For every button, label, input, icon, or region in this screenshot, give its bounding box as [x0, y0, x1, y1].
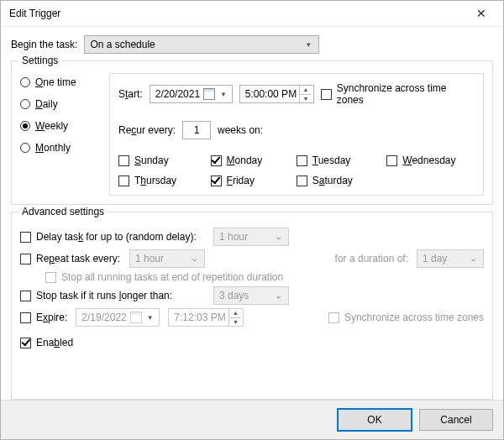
- radio-one-time[interactable]: One time: [20, 76, 96, 88]
- window-title: Edit Trigger: [9, 8, 60, 19]
- repeat-task-checkbox[interactable]: Repeat task every:: [20, 253, 121, 265]
- checkbox-icon: [211, 155, 222, 166]
- chevron-down-icon: ⌵: [467, 254, 480, 263]
- start-time-picker[interactable]: 5:00:00 PM ▲▼: [239, 85, 314, 103]
- dialog-footer: OK Cancel: [1, 400, 503, 439]
- repeat-duration-label: for a duration of:: [335, 253, 408, 265]
- begin-task-row: Begin the task: On a schedule ▾: [11, 35, 493, 54]
- begin-task-combo[interactable]: On a schedule ▾: [84, 35, 319, 54]
- expire-sync-checkbox: Synchronize across time zones: [328, 312, 484, 323]
- day-saturday[interactable]: Saturday: [297, 175, 372, 186]
- checkbox-icon: [20, 312, 31, 323]
- radio-icon: [20, 121, 30, 131]
- begin-task-value: On a schedule: [90, 39, 155, 50]
- frequency-column: One time Daily Weekly Monthly: [20, 73, 96, 196]
- day-monday[interactable]: Monday: [211, 155, 281, 166]
- checkbox-icon: [328, 312, 339, 323]
- checkbox-icon: [297, 175, 307, 186]
- sync-timezones-label: Synchronize across time zones: [337, 82, 475, 106]
- settings-group: Settings One time Daily Weekly: [11, 60, 493, 205]
- edit-trigger-dialog: Edit Trigger ✕ Begin the task: On a sche…: [0, 0, 504, 440]
- checkbox-icon: [45, 272, 56, 283]
- day-sunday[interactable]: Sunday: [118, 155, 196, 166]
- radio-daily[interactable]: Daily: [20, 98, 96, 110]
- day-friday[interactable]: Friday: [211, 175, 281, 186]
- chevron-down-icon: ▼: [145, 314, 155, 322]
- expire-sync-label: Synchronize across time zones: [344, 312, 484, 323]
- start-date-picker[interactable]: 2/20/2021 ▼: [150, 85, 233, 103]
- delay-task-checkbox[interactable]: Delay task for up to (random delay):: [20, 231, 205, 243]
- checkbox-icon: [321, 89, 332, 100]
- calendar-icon: [203, 88, 215, 100]
- close-button[interactable]: ✕: [465, 2, 498, 25]
- stop-long-task-value: 3 days: [219, 290, 249, 301]
- radio-icon: [20, 143, 30, 153]
- expire-date-value: 2/19/2022: [81, 312, 126, 323]
- checkbox-icon: [20, 254, 31, 265]
- chevron-down-icon: ▾: [302, 40, 315, 49]
- cancel-button[interactable]: Cancel: [419, 409, 493, 431]
- radio-monthly[interactable]: Monthly: [20, 142, 96, 154]
- start-time-value: 5:00:00 PM: [245, 88, 297, 100]
- days-grid: Sunday Monday Tuesday Wednesday Thursday…: [118, 155, 475, 186]
- checkbox-icon: [20, 291, 31, 301]
- chevron-down-icon: ▼: [218, 91, 228, 98]
- delay-task-value: 1 hour: [219, 231, 248, 243]
- start-label: Start:: [118, 88, 143, 100]
- delay-task-combo: 1 hour ⌵: [213, 228, 289, 246]
- stop-long-task-combo: 3 days ⌵: [213, 286, 289, 305]
- advanced-legend: Advanced settings: [18, 206, 108, 217]
- day-tuesday[interactable]: Tuesday: [297, 155, 372, 166]
- day-wednesday[interactable]: Wednesday: [386, 155, 475, 166]
- recur-weeks-input[interactable]: 1: [182, 121, 211, 139]
- day-thursday[interactable]: Thursday: [118, 175, 196, 186]
- schedule-panel: Start: 2/20/2021 ▼ 5:00:00 PM ▲▼ Sy: [109, 73, 484, 196]
- expire-date-picker: 2/19/2022 ▼: [76, 308, 160, 327]
- checkbox-icon: [118, 155, 129, 166]
- checkbox-icon: [118, 175, 129, 186]
- sync-timezones-checkbox[interactable]: Synchronize across time zones: [321, 82, 475, 106]
- checkbox-icon: [20, 338, 31, 348]
- repeat-duration-combo: 1 day ⌵: [417, 249, 484, 268]
- checkbox-icon: [386, 155, 397, 166]
- repeat-duration-value: 1 day: [423, 253, 447, 265]
- cancel-button-label: Cancel: [440, 414, 471, 426]
- ok-button-label: OK: [367, 414, 381, 426]
- stop-long-task-checkbox[interactable]: Stop task if it runs longer than:: [20, 290, 205, 301]
- weeks-on-label: weeks on:: [218, 124, 263, 136]
- spinner-icon[interactable]: ▲▼: [299, 86, 312, 102]
- checkbox-icon: [297, 155, 307, 166]
- spinner-icon: ▲▼: [228, 309, 241, 326]
- stop-all-tasks-label: Stop all running tasks at end of repetit…: [61, 271, 283, 283]
- radio-weekly[interactable]: Weekly: [20, 120, 96, 132]
- recur-every-label: Recur every:: [118, 124, 176, 136]
- titlebar: Edit Trigger ✕: [1, 1, 503, 27]
- stop-all-tasks-checkbox: Stop all running tasks at end of repetit…: [45, 271, 283, 283]
- chevron-down-icon: ⌵: [272, 233, 285, 241]
- expire-checkbox[interactable]: Expire:: [20, 312, 67, 323]
- close-icon: ✕: [476, 7, 486, 20]
- advanced-settings-group: Advanced settings Delay task for up to (…: [11, 212, 493, 400]
- chevron-down-icon: ⌵: [188, 254, 201, 263]
- begin-task-label: Begin the task:: [11, 39, 77, 50]
- radio-icon: [20, 99, 30, 109]
- checkbox-icon: [20, 232, 31, 243]
- expire-time-picker: 7:12:03 PM ▲▼: [168, 308, 244, 327]
- expire-time-value: 7:12:03 PM: [174, 312, 225, 323]
- repeat-interval-value: 1 hour: [135, 253, 164, 265]
- checkbox-icon: [211, 175, 222, 186]
- start-date-value: 2/20/2021: [155, 88, 200, 100]
- repeat-interval-combo: 1 hour ⌵: [129, 249, 205, 268]
- chevron-down-icon: ⌵: [272, 291, 285, 300]
- ok-button[interactable]: OK: [337, 408, 412, 432]
- enabled-checkbox[interactable]: Enabled: [20, 337, 73, 348]
- settings-legend: Settings: [18, 55, 61, 66]
- recur-weeks-value: 1: [194, 124, 200, 136]
- calendar-icon: [130, 312, 142, 323]
- radio-icon: [20, 77, 30, 87]
